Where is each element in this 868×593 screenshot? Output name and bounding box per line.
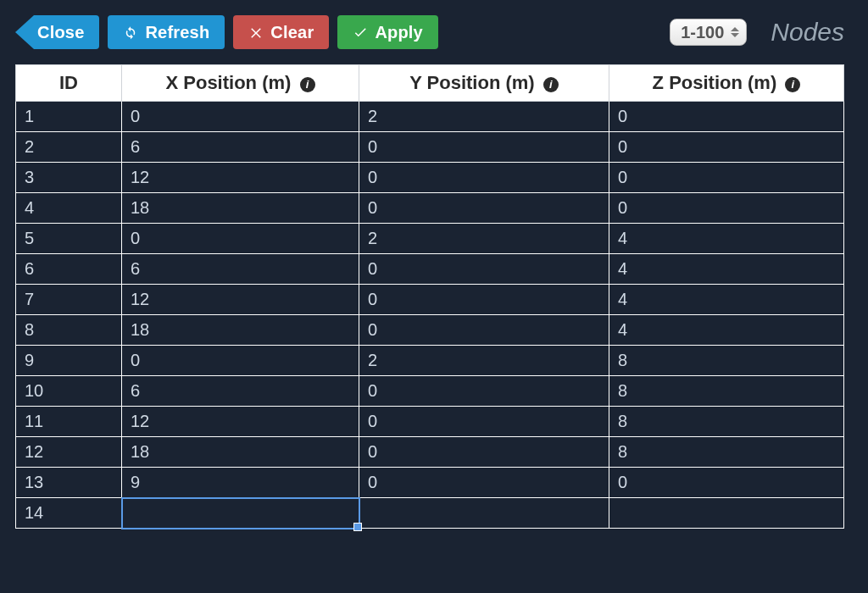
table-row: 41800 (16, 193, 844, 224)
info-icon[interactable]: i (785, 77, 800, 92)
cell-id[interactable]: 8 (16, 315, 122, 346)
table-row: 10608 (16, 376, 844, 407)
cell-x[interactable] (122, 498, 359, 529)
clear-button-label: Clear (270, 23, 314, 42)
refresh-icon (123, 25, 138, 40)
range-select[interactable]: 1-100 (670, 19, 747, 46)
column-header-z-label: Z Position (m) (653, 72, 777, 93)
cell-id[interactable]: 14 (16, 498, 122, 529)
column-header-x-label: X Position (m) (165, 72, 291, 93)
cell-id[interactable]: 13 (16, 468, 122, 498)
cell-y[interactable]: 0 (359, 193, 609, 224)
cell-id[interactable]: 5 (16, 224, 122, 254)
column-header-x[interactable]: X Position (m) i (122, 65, 359, 102)
cell-x[interactable]: 18 (122, 437, 359, 468)
cell-y[interactable] (359, 498, 609, 529)
cell-y[interactable]: 2 (359, 224, 609, 254)
cell-id[interactable]: 9 (16, 346, 122, 376)
column-header-y-label: Y Position (m) (409, 72, 535, 93)
cell-y[interactable]: 2 (359, 346, 609, 376)
table-row: 111208 (16, 407, 844, 437)
cell-x[interactable]: 6 (122, 254, 359, 285)
column-header-z[interactable]: Z Position (m) i (609, 65, 844, 102)
cell-z[interactable]: 8 (609, 376, 844, 407)
panel-title: Nodes (771, 18, 844, 47)
cell-z[interactable]: 8 (609, 407, 844, 437)
column-header-y[interactable]: Y Position (m) i (359, 65, 609, 102)
cell-id[interactable]: 7 (16, 285, 122, 315)
cell-y[interactable]: 0 (359, 254, 609, 285)
close-button-wrap: Close (15, 15, 99, 49)
nodes-table: ID X Position (m) i Y Position (m) i Z P… (15, 64, 844, 529)
column-header-id-label: ID (59, 72, 78, 93)
cell-x[interactable]: 0 (122, 224, 359, 254)
close-button-label: Close (37, 23, 84, 42)
table-row: 31200 (16, 163, 844, 193)
table-row: 5024 (16, 224, 844, 254)
cell-x[interactable]: 12 (122, 163, 359, 193)
table-row: 71204 (16, 285, 844, 315)
cell-z[interactable] (609, 498, 844, 529)
clear-button[interactable]: Clear (233, 15, 329, 49)
close-x-icon (248, 25, 264, 40)
cell-id[interactable]: 4 (16, 193, 122, 224)
cell-x[interactable]: 6 (122, 376, 359, 407)
cell-y[interactable]: 2 (359, 102, 609, 132)
cell-x[interactable]: 6 (122, 132, 359, 163)
table-row: 9028 (16, 346, 844, 376)
cell-x[interactable]: 12 (122, 285, 359, 315)
table-row: 6604 (16, 254, 844, 285)
column-header-id[interactable]: ID (16, 65, 122, 102)
cell-id[interactable]: 11 (16, 407, 122, 437)
cell-id[interactable]: 6 (16, 254, 122, 285)
cell-y[interactable]: 0 (359, 376, 609, 407)
cell-y[interactable]: 0 (359, 163, 609, 193)
table-row: 2600 (16, 132, 844, 163)
cell-z[interactable]: 8 (609, 346, 844, 376)
cell-x[interactable]: 18 (122, 315, 359, 346)
apply-button-label: Apply (375, 23, 423, 42)
cell-z[interactable]: 0 (609, 132, 844, 163)
table-row: 1020 (16, 102, 844, 132)
cell-z[interactable]: 0 (609, 102, 844, 132)
stepper-icon (731, 27, 739, 37)
info-icon[interactable]: i (543, 77, 559, 92)
cell-y[interactable]: 0 (359, 285, 609, 315)
cell-z[interactable]: 4 (609, 315, 844, 346)
cell-id[interactable]: 10 (16, 376, 122, 407)
range-select-value: 1-100 (681, 23, 724, 42)
cell-z[interactable]: 4 (609, 285, 844, 315)
close-button[interactable]: Close (34, 15, 99, 49)
check-icon (353, 25, 368, 40)
cell-y[interactable]: 0 (359, 407, 609, 437)
cell-y[interactable]: 0 (359, 468, 609, 498)
refresh-button-label: Refresh (145, 23, 209, 42)
cell-x[interactable]: 0 (122, 346, 359, 376)
table-row: 13900 (16, 468, 844, 498)
nodes-table-body: 1020260031200418005024660471204818049028… (16, 102, 844, 529)
cell-y[interactable]: 0 (359, 132, 609, 163)
cell-z[interactable]: 0 (609, 468, 844, 498)
cell-x[interactable]: 12 (122, 407, 359, 437)
cell-z[interactable]: 0 (609, 163, 844, 193)
cell-id[interactable]: 1 (16, 102, 122, 132)
cell-z[interactable]: 0 (609, 193, 844, 224)
info-icon[interactable]: i (300, 77, 315, 92)
cell-z[interactable]: 4 (609, 254, 844, 285)
table-row: 121808 (16, 437, 844, 468)
cell-x[interactable]: 9 (122, 468, 359, 498)
cell-x[interactable]: 18 (122, 193, 359, 224)
cell-id[interactable]: 3 (16, 163, 122, 193)
cell-id[interactable]: 12 (16, 437, 122, 468)
table-row: 81804 (16, 315, 844, 346)
cell-y[interactable]: 0 (359, 437, 609, 468)
apply-button[interactable]: Apply (337, 15, 438, 49)
table-row: 14 (16, 498, 844, 529)
refresh-button[interactable]: Refresh (108, 15, 225, 49)
cell-id[interactable]: 2 (16, 132, 122, 163)
toolbar: Close Refresh Clear Apply 1-100 (15, 15, 844, 49)
cell-z[interactable]: 4 (609, 224, 844, 254)
cell-x[interactable]: 0 (122, 102, 359, 132)
cell-y[interactable]: 0 (359, 315, 609, 346)
cell-z[interactable]: 8 (609, 437, 844, 468)
